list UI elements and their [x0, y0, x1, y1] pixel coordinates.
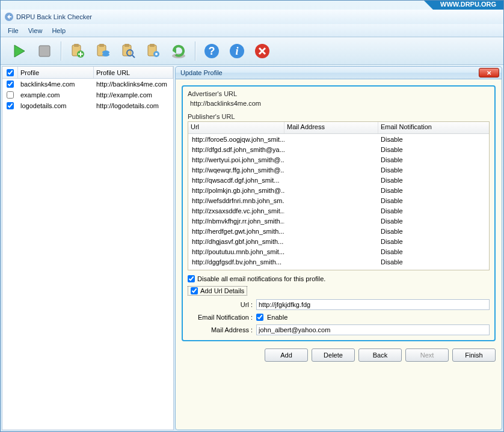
clipboard-db-button[interactable]	[91, 40, 114, 62]
play-button[interactable]	[8, 40, 31, 62]
disable-all-label: Disable all email notifications for this…	[197, 275, 325, 282]
cell-email-notif: Disable	[378, 146, 489, 153]
cell-email-notif: Disable	[378, 258, 489, 266]
email-notif-field-label: Email Notification :	[188, 314, 253, 321]
profile-row[interactable]: example.comhttp://example.com	[2, 90, 173, 100]
svg-rect-11	[124, 44, 129, 47]
publisher-row[interactable]: http://foroe5.oogjqw.john_smit...Disable	[188, 134, 489, 144]
publisher-row[interactable]: http://nbmvkfhgjr.rr.john_smith...Disabl…	[188, 216, 489, 226]
publisher-row[interactable]: http://dggfgsdf.bv.john_smith...Disable	[188, 257, 489, 267]
publisher-table-header: Url Mail Address Email Notification	[188, 122, 489, 134]
profile-url: http://backlinks4me.com	[94, 81, 173, 88]
dialog-title: Update Profile ✕	[175, 66, 502, 79]
app-icon	[4, 12, 14, 22]
publisher-row[interactable]: http://polmkjn.gb.john_smith@...Disable	[188, 185, 489, 195]
profile-row-checkbox[interactable]	[7, 102, 14, 109]
add-url-details-checkbox[interactable]	[191, 287, 198, 294]
cell-url: http://qwsacdf.dgf.john_smit...	[188, 177, 284, 184]
clipboard-gear-button[interactable]	[142, 40, 165, 62]
col-email-notif[interactable]: Email Notification	[378, 122, 489, 133]
svg-rect-7	[99, 44, 104, 47]
cell-email-notif: Disable	[378, 238, 489, 245]
delete-button[interactable]: Delete	[312, 348, 355, 362]
cell-email-notif: Disable	[378, 187, 489, 194]
dialog-close-button[interactable]: ✕	[479, 68, 499, 78]
advertiser-url-value: http://backlinks4me.com	[188, 99, 490, 113]
stop-button[interactable]	[33, 40, 56, 62]
select-all-checkbox[interactable]	[7, 69, 14, 76]
brand-tab: WWW.DRPU.ORG	[433, 1, 503, 10]
svg-line-13	[132, 55, 135, 58]
cell-url: http://dfgd.sdf.john_smith@ya...	[188, 146, 284, 153]
add-url-details-label: Add Url Details	[200, 287, 244, 294]
cell-email-notif: Disable	[378, 248, 489, 255]
cell-url: http://dhgjasvf.gbf.john_smith...	[188, 238, 284, 245]
cell-email-notif: Disable	[378, 218, 489, 225]
refresh-button[interactable]	[167, 40, 190, 62]
info-button[interactable]: i	[226, 40, 248, 62]
toolbar: ? i	[1, 37, 503, 65]
cell-url: http://nbmvkfhgjr.rr.john_smith...	[188, 218, 284, 225]
titlebar: DRPU Back Link Checker	[1, 10, 503, 24]
cell-url: http://wertyui.poi.john_smith@...	[188, 156, 284, 163]
cell-email-notif: Disable	[378, 156, 489, 163]
header-profile[interactable]: Profile	[18, 67, 94, 78]
next-button[interactable]: Next	[405, 348, 449, 362]
cell-url: http://dggfgsdf.bv.john_smith...	[188, 258, 284, 266]
help-button[interactable]: ?	[200, 40, 223, 62]
disable-all-checkbox[interactable]	[188, 275, 195, 282]
clipboard-search-button[interactable]	[117, 40, 140, 62]
header-profile-url[interactable]: Profile URL	[94, 67, 173, 78]
advertiser-url-label: Advertiser's URL	[188, 90, 490, 97]
menu-file[interactable]: File	[3, 26, 23, 35]
publisher-row[interactable]: http://herdfget.gwt.john_smith...Disable	[188, 226, 489, 236]
url-input[interactable]	[256, 299, 490, 310]
publisher-url-label: Publisher's URL	[188, 113, 490, 120]
svg-rect-2	[39, 46, 50, 56]
menu-view[interactable]: View	[23, 26, 48, 35]
publisher-row[interactable]: http://dfgd.sdf.john_smith@ya...Disable	[188, 144, 489, 154]
profile-list: Profile Profile URL backlinks4me.comhttp…	[2, 66, 174, 430]
cell-url: http://wqewqr.ffg.john_smith@...	[188, 166, 284, 174]
cell-email-notif: Disable	[378, 197, 489, 204]
header-checkbox-col[interactable]	[2, 67, 18, 78]
publisher-row[interactable]: http://dhgjasvf.gbf.john_smith...Disable	[188, 236, 489, 246]
publisher-row[interactable]: http://poututuu.mnb.john_smit...Disable	[188, 246, 489, 257]
publisher-row[interactable]: http://wefsddrfnri.mnb.john_sm...Disable	[188, 195, 489, 205]
mail-address-input[interactable]	[256, 324, 490, 335]
menubar: File View Help	[1, 24, 503, 37]
cell-email-notif: Disable	[378, 136, 489, 143]
svg-rect-15	[150, 44, 155, 47]
cell-url: http://herdfget.gwt.john_smith...	[188, 228, 284, 235]
profile-name: backlinks4me.com	[18, 81, 94, 88]
svg-text:?: ?	[209, 45, 215, 57]
publisher-row[interactable]: http://qwsacdf.dgf.john_smit...Disable	[188, 175, 489, 185]
dialog-title-text: Update Profile	[180, 69, 223, 76]
profile-row-checkbox[interactable]	[7, 81, 14, 88]
publisher-row[interactable]: http://wqewqr.ffg.john_smith@...Disable	[188, 165, 489, 175]
cell-email-notif: Disable	[378, 177, 489, 184]
cell-email-notif: Disable	[378, 228, 489, 235]
profile-row[interactable]: logodetails.comhttp://logodetails.com	[2, 100, 173, 111]
clipboard-add-button[interactable]	[66, 40, 89, 62]
content-body: Profile Profile URL backlinks4me.comhttp…	[1, 65, 503, 431]
finish-button[interactable]: Finish	[452, 348, 496, 362]
publisher-row[interactable]: http://zxsaxsddfe.vc.john_smit...Disable	[188, 205, 489, 216]
back-button[interactable]: Back	[358, 348, 402, 362]
add-button[interactable]: Add	[265, 348, 308, 362]
profile-row-checkbox[interactable]	[7, 91, 14, 99]
svg-text:i: i	[235, 45, 238, 57]
profile-panel: Advertiser's URL http://backlinks4me.com…	[182, 85, 496, 341]
enable-checkbox[interactable]	[256, 314, 263, 321]
col-url[interactable]: Url	[188, 122, 284, 133]
topbar: WWW.DRPU.ORG	[1, 1, 503, 10]
publisher-row[interactable]: http://wertyui.poi.john_smith@...Disable	[188, 154, 489, 165]
menu-help[interactable]: Help	[47, 26, 70, 35]
window-title: DRPU Back Link Checker	[16, 13, 92, 20]
profile-url: http://logodetails.com	[94, 102, 173, 109]
profile-row[interactable]: backlinks4me.comhttp://backlinks4me.com	[2, 79, 173, 90]
close-button[interactable]	[251, 40, 274, 62]
col-mail[interactable]: Mail Address	[284, 122, 378, 133]
cell-url: http://foroe5.oogjqw.john_smit...	[188, 136, 284, 143]
separator-icon	[195, 41, 195, 61]
